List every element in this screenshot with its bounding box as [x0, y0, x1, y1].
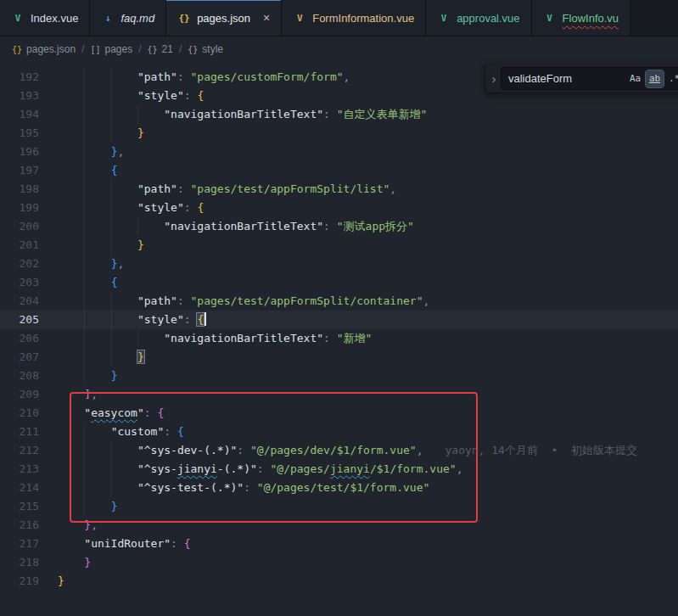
code-token: "@/pages/ [270, 462, 329, 475]
indent-guide [84, 479, 85, 497]
code-line[interactable]: 218 } [0, 553, 678, 572]
line-number[interactable]: 200 [0, 217, 39, 236]
code-token: ] [84, 388, 91, 400]
line-number[interactable]: 212 [0, 441, 39, 460]
code-line[interactable]: 214 "^sys-test-(.*)": "@/pages/test/$1/f… [0, 479, 678, 497]
tab-approval-vue[interactable]: Vapproval.vue [426, 0, 531, 36]
code-line[interactable]: 200 "navigationBarTitleText": "测试app拆分" [0, 217, 678, 236]
breadcrumb-item-21[interactable]: {}21 [148, 43, 173, 55]
text-cursor [205, 312, 206, 326]
code-line[interactable]: 208 } [0, 367, 678, 385]
vue-icon: V [11, 13, 25, 24]
braces-icon: {} [12, 45, 22, 54]
indent-guide [84, 217, 85, 236]
match-case-icon[interactable]: Aa [626, 70, 644, 87]
code-line[interactable]: 202 }, [0, 255, 678, 273]
line-number[interactable]: 216 [0, 516, 39, 535]
line-content: } [58, 236, 678, 255]
code-line[interactable]: 203 { [0, 273, 678, 292]
toggle-replace-button[interactable]: › [487, 71, 501, 86]
line-number[interactable]: 213 [0, 460, 39, 479]
line-content: }, [58, 143, 678, 161]
line-number[interactable]: 195 [0, 124, 39, 143]
line-number[interactable]: 206 [0, 329, 39, 348]
code-line[interactable]: 205 "style": { [0, 311, 678, 329]
breadcrumb-item-pages-json[interactable]: {}pages.json [12, 43, 76, 55]
code-line[interactable]: 215 } [0, 497, 678, 516]
indent-guide [111, 292, 112, 311]
code-line[interactable]: 219} [0, 572, 678, 591]
code-line[interactable]: 206 "navigationBarTitleText": "新增" [0, 329, 678, 348]
tab-flowinfo-vu[interactable]: VFlowInfo.vu [532, 0, 630, 36]
whole-word-icon[interactable]: ab [646, 70, 664, 87]
code-token: } [84, 556, 91, 568]
line-number[interactable]: 210 [0, 404, 39, 423]
code-token: "pages/test/appFormSplit/list" [191, 182, 390, 195]
close-icon[interactable]: × [263, 12, 270, 24]
code-line[interactable]: 195 } [0, 124, 678, 143]
tab-index-vue[interactable]: VIndex.vue [0, 0, 90, 36]
line-number[interactable]: 196 [0, 143, 39, 161]
line-number[interactable]: 192 [0, 68, 39, 87]
code-line[interactable]: 198 "path": "pages/test/appFormSplit/lis… [0, 180, 678, 199]
line-content: } [58, 553, 678, 572]
line-number[interactable]: 204 [0, 292, 39, 311]
line-number[interactable]: 207 [0, 348, 39, 367]
code-line[interactable]: 209 ], [0, 385, 678, 404]
tab-pages-json[interactable]: {}pages.json× [166, 0, 282, 36]
breadcrumb-item-style[interactable]: {}style [188, 43, 223, 55]
line-content: }, [58, 255, 678, 273]
indent-guide [111, 441, 112, 460]
code-line[interactable]: 210 "easycom": { [0, 404, 678, 423]
code-line[interactable]: 212 "^sys-dev-(.*)": "@/pages/dev/$1/for… [0, 441, 678, 460]
code-token: "测试app拆分" [337, 220, 414, 232]
code-token: { [111, 276, 118, 288]
code-line[interactable]: 196 }, [0, 143, 678, 161]
line-number[interactable]: 202 [0, 255, 39, 273]
line-number[interactable]: 214 [0, 479, 39, 497]
code-line[interactable]: 211 "custom": { [0, 423, 678, 441]
breadcrumb-item-pages[interactable]: []pages [90, 43, 132, 55]
code-token: , [417, 444, 423, 456]
line-number[interactable]: 194 [0, 105, 39, 124]
code-line[interactable]: 194 "navigationBarTitleText": "自定义表单新增" [0, 105, 678, 124]
line-number[interactable]: 199 [0, 199, 39, 217]
line-number[interactable]: 215 [0, 497, 39, 516]
code-token: : [184, 201, 198, 214]
line-number[interactable]: 217 [0, 535, 39, 553]
line-number[interactable]: 198 [0, 180, 39, 199]
code-line[interactable]: 204 "path": "pages/test/appFormSplit/con… [0, 292, 678, 311]
code-line[interactable]: 207 } [0, 348, 678, 367]
vscode-window: { "tabs": [ {"label":"Index.vue","icon":… [0, 0, 678, 616]
code-line[interactable]: 199 "style": { [0, 199, 678, 217]
code-token: } [137, 238, 144, 251]
regex-icon[interactable]: .* [665, 70, 678, 87]
tab-forminformation-vue[interactable]: VFormInformation.vue [282, 0, 426, 36]
line-number[interactable]: 203 [0, 273, 39, 292]
tab-label: approval.vue [457, 12, 519, 25]
line-number[interactable]: 197 [0, 161, 39, 180]
line-number[interactable]: 208 [0, 367, 39, 385]
code-line[interactable]: 201 } [0, 236, 678, 255]
line-number[interactable]: 219 [0, 572, 39, 591]
code-line[interactable]: 216 }, [0, 516, 678, 535]
code-editor[interactable]: 192 "path": "pages/customForm/form",193 … [0, 61, 678, 616]
code-line[interactable]: 213 "^sys-jianyi-(.*)": "@/pages/jianyi/… [0, 460, 678, 479]
line-number[interactable]: 209 [0, 385, 39, 404]
line-number[interactable]: 218 [0, 553, 39, 572]
breadcrumb-label: style [202, 43, 223, 55]
code-line[interactable]: 197 { [0, 161, 678, 180]
tab-faq-md[interactable]: ↓faq.md [90, 0, 166, 36]
line-number[interactable]: 211 [0, 423, 39, 441]
code-token: } [84, 518, 91, 531]
code-token: { [157, 406, 164, 419]
line-content: { [58, 161, 678, 180]
indent-guide [111, 87, 112, 105]
line-content: "path": "pages/test/appFormSplit/contain… [58, 292, 678, 311]
line-number[interactable]: 201 [0, 236, 39, 255]
code-line[interactable]: 217 "uniIdRouter": { [0, 535, 678, 553]
indent-guide [111, 68, 112, 87]
find-input[interactable]: validateForm Aa ab .* [501, 67, 678, 90]
line-number[interactable]: 193 [0, 87, 39, 105]
line-number[interactable]: 205 [0, 311, 39, 329]
